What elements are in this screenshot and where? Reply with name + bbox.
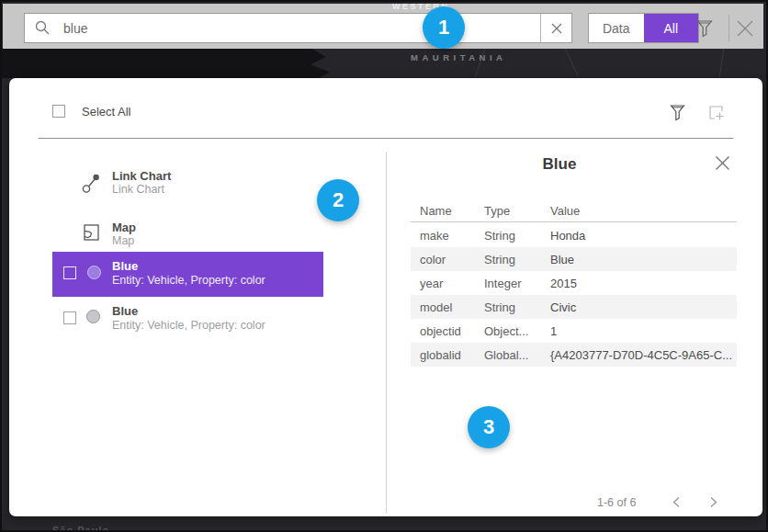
- result-item-blue-selected[interactable]: Blue Entity: Vehicle, Property: color: [52, 252, 323, 297]
- add-to-selection-icon[interactable]: [707, 104, 726, 122]
- cell-value: {A4203777-D70D-4C5C-9A65-C...: [550, 348, 732, 362]
- map-label-mauritania: MAURITANIA: [411, 52, 506, 62]
- chevron-right-icon[interactable]: [707, 494, 719, 510]
- cell-type: String: [484, 229, 515, 243]
- cell-value: 2015: [550, 277, 577, 290]
- annotation-badge-3: 3: [468, 406, 510, 448]
- cell-value: Civic: [550, 300, 576, 314]
- search-toolbar: Data All: [3, 4, 763, 49]
- results-filter-icon[interactable]: [670, 104, 685, 121]
- table-row: year Integer 2015: [411, 271, 737, 295]
- result-title: Map: [112, 221, 136, 234]
- cell-value: Honda: [550, 229, 585, 243]
- clear-search-icon[interactable]: [540, 14, 571, 42]
- result-subtitle: Link Chart: [112, 183, 164, 196]
- table-header-divider: [411, 221, 737, 222]
- cell-type: Integer: [484, 277, 521, 290]
- cell-name: model: [420, 300, 452, 314]
- select-all-label: Select All: [82, 105, 130, 119]
- table-row: make String Honda: [411, 223, 737, 247]
- cell-name: objectid: [420, 324, 461, 338]
- result-subtitle: Entity: Vehicle, Property: color: [112, 274, 265, 287]
- search-box: [24, 13, 572, 43]
- select-all-checkbox[interactable]: [52, 105, 65, 118]
- column-header-value: Value: [550, 204, 580, 218]
- annotation-badge-2: 2: [317, 179, 359, 221]
- column-header-name: Name: [420, 204, 452, 218]
- search-icon: [35, 20, 51, 36]
- result-item-map[interactable]: Map Map: [39, 221, 386, 252]
- column-divider: [386, 152, 387, 514]
- cell-name: year: [420, 277, 443, 290]
- detail-close-icon[interactable]: [715, 155, 730, 171]
- table-row: color String Blue: [411, 247, 737, 271]
- annotation-badge-1: 1: [423, 6, 465, 49]
- result-title: Link Chart: [112, 169, 171, 183]
- cell-type: String: [484, 253, 515, 266]
- toolbar-divider: [728, 15, 729, 41]
- filter-icon[interactable]: [696, 19, 713, 38]
- result-item-blue[interactable]: Blue Entity: Vehicle, Property: color: [52, 303, 323, 340]
- map-border-line: [565, 49, 579, 76]
- entity-circle-icon: [86, 310, 100, 323]
- cell-type: String: [484, 300, 515, 314]
- cell-name: make: [420, 229, 449, 243]
- panel-divider: [39, 138, 733, 139]
- toggle-option-all[interactable]: All: [644, 14, 699, 42]
- detail-title: Blue: [386, 155, 733, 174]
- table-row: globalid Global... {A4203777-D70D-4C5C-9…: [411, 343, 737, 367]
- table-row: objectid Object... 1: [411, 319, 737, 343]
- chevron-left-icon[interactable]: [671, 494, 683, 510]
- search-input[interactable]: [51, 21, 540, 36]
- pagination-label: 1-6 of 6: [597, 496, 636, 509]
- cell-value: 1: [550, 324, 557, 338]
- result-subtitle: Map: [112, 234, 134, 247]
- cell-type: Global...: [484, 348, 528, 362]
- cell-name: color: [420, 253, 446, 266]
- cell-name: globalid: [420, 348, 461, 362]
- scope-toggle: Data All: [588, 13, 699, 43]
- search-results-panel: Select All Link Chart Link Chart Map Map: [9, 78, 762, 516]
- result-checkbox[interactable]: [63, 311, 76, 324]
- result-subtitle: Entity: Vehicle, Property: color: [112, 319, 265, 332]
- close-search-icon[interactable]: [736, 19, 754, 38]
- toggle-option-data[interactable]: Data: [589, 14, 644, 42]
- cell-type: Object...: [484, 324, 528, 338]
- entity-circle-icon: [87, 266, 101, 279]
- map-label-city: São Paulo: [52, 525, 109, 532]
- column-header-type: Type: [484, 204, 510, 218]
- cell-value: Blue: [550, 253, 574, 266]
- result-title: Blue: [112, 259, 138, 273]
- table-row: model String Civic: [411, 295, 737, 319]
- map-border-line: [719, 48, 725, 78]
- search-overlay-screen: MAURITANIA São Paulo Data All WESTERN Se…: [0, 0, 768, 532]
- result-title: Blue: [112, 304, 138, 318]
- map-icon: [84, 223, 99, 241]
- result-checkbox[interactable]: [63, 266, 76, 279]
- link-chart-icon: [82, 172, 101, 194]
- map-landmass: [2, 48, 388, 78]
